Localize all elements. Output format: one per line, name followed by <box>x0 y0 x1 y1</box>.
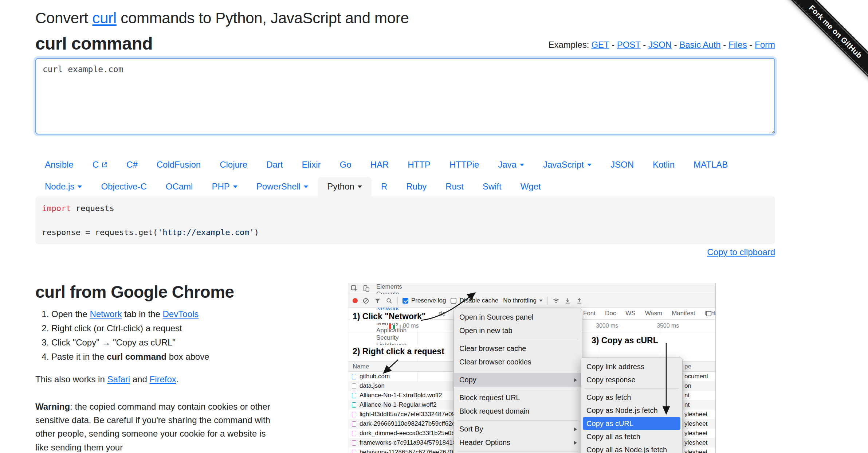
menu-item-label: Copy as fetch <box>586 393 631 402</box>
context-menu: Open in Sources panel Open in new tab <box>453 308 582 453</box>
context-menu-item[interactable]: Clear browser cookies <box>454 355 582 369</box>
language-tab[interactable]: R <box>372 177 397 196</box>
language-tab[interactable]: Wget <box>511 177 550 196</box>
request-type-fragment: on <box>684 382 691 390</box>
language-tab-label: MATLAB <box>694 160 728 170</box>
context-menu-item[interactable]: Block request URL <box>454 391 582 405</box>
language-tab[interactable]: HAR <box>361 155 398 175</box>
language-tab[interactable]: Ruby <box>397 177 436 196</box>
network-toolbar: Preserve log Disable cache No throttling <box>348 294 715 308</box>
language-tab[interactable]: OCaml <box>156 177 203 196</box>
language-tab[interactable]: Java <box>488 155 534 175</box>
curl-link[interactable]: curl <box>92 9 116 27</box>
device-toolbar-icon[interactable] <box>360 283 372 294</box>
context-menu-item[interactable] <box>457 371 578 371</box>
submenu-item[interactable]: Copy all as Node.js fetch <box>581 443 682 453</box>
copy-to-clipboard-link[interactable]: Copy to clipboard <box>707 247 775 257</box>
resource-type-icon <box>352 421 356 427</box>
devtools-screenshot: ElementsConsoleSourcesNetworkPerformance… <box>348 283 716 453</box>
language-tab[interactable]: PHP <box>202 177 247 196</box>
submenu-item[interactable]: Copy as cURL <box>583 417 680 430</box>
devtools-link[interactable]: DevTools <box>163 309 199 319</box>
example-link[interactable]: Files <box>728 40 747 50</box>
example-link[interactable]: JSON <box>648 40 672 50</box>
context-menu-item[interactable]: Open in new tab <box>454 324 582 337</box>
firefox-link[interactable]: Firefox <box>149 374 176 384</box>
menu-item-label: Copy <box>459 376 476 384</box>
language-tab[interactable]: Swift <box>473 177 511 196</box>
language-tab[interactable]: JSON <box>601 155 643 175</box>
generated-code-output: import requests response = requests.get(… <box>35 196 775 244</box>
import-har-icon[interactable] <box>564 297 571 304</box>
context-menu-item[interactable]: Block request domain <box>454 405 582 418</box>
preserve-log-checkbox[interactable] <box>402 298 408 304</box>
context-menu-item[interactable]: Sort By <box>454 422 582 436</box>
language-tab[interactable]: HTTP <box>398 155 440 175</box>
request-type-fragment: ylesheet <box>684 439 707 446</box>
example-link[interactable]: POST <box>617 40 641 50</box>
inspect-element-icon[interactable] <box>348 283 360 294</box>
title-suffix: commands to Python, JavaScript and more <box>117 9 409 27</box>
language-tab[interactable]: Dart <box>257 155 292 175</box>
caret-down-icon <box>358 186 362 188</box>
devtools-tab[interactable]: Security <box>372 334 416 341</box>
language-tab-label: C# <box>126 160 138 170</box>
has-blocked-cookies-checkbox[interactable] <box>706 311 711 316</box>
clear-icon[interactable] <box>362 297 369 304</box>
request-type-fragment: nt <box>684 392 690 399</box>
language-tab[interactable]: Elixir <box>292 155 330 175</box>
language-tab[interactable]: PowerShell <box>247 177 318 196</box>
language-tab[interactable]: ColdFusion <box>147 155 210 175</box>
network-link[interactable]: Network <box>90 309 122 319</box>
devtools-tab-label: Elements <box>376 283 402 290</box>
context-menu-item[interactable] <box>457 452 578 452</box>
example-link[interactable]: GET <box>591 40 609 50</box>
language-tab[interactable]: Clojure <box>210 155 257 175</box>
language-tab[interactable]: Objective-C <box>91 177 156 196</box>
devtools-tab[interactable]: Elements <box>372 283 416 290</box>
export-har-icon[interactable] <box>576 297 583 304</box>
throttling-dropdown[interactable]: No throttling <box>503 297 543 304</box>
request-name: data.json <box>360 382 385 390</box>
step-paste: Paste it in the curl command box above <box>51 350 276 363</box>
resource-type-filter[interactable]: Doc <box>605 310 616 317</box>
context-menu-item[interactable]: Clear browser cache <box>454 342 582 355</box>
context-menu-item[interactable]: Header Options <box>454 436 582 449</box>
language-tab[interactable]: MATLAB <box>684 155 737 175</box>
language-tab[interactable]: C <box>83 155 117 175</box>
example-link[interactable]: Basic Auth <box>679 40 720 50</box>
language-tab[interactable]: Go <box>330 155 361 175</box>
language-tab-label: Objective-C <box>101 181 146 192</box>
context-menu-item[interactable] <box>457 389 578 389</box>
resource-type-filter[interactable]: Wasm <box>645 310 663 317</box>
language-tab[interactable]: Python <box>318 177 372 196</box>
menu-item-label: Block request URL <box>459 394 520 402</box>
chrome-instructions-section: curl from Google Chrome Open the Network… <box>35 282 775 453</box>
language-tab[interactable]: HTTPie <box>440 155 488 175</box>
example-link[interactable]: Form <box>755 40 775 50</box>
language-tab[interactable]: Ansible <box>35 155 83 175</box>
resource-type-filter[interactable]: Manifest <box>672 310 695 317</box>
resource-type-filter[interactable]: WS <box>625 310 635 317</box>
record-icon[interactable] <box>353 298 358 303</box>
safari-link[interactable]: Safari <box>107 374 130 384</box>
request-type-fragment: ylesheet <box>684 449 707 453</box>
context-menu-item[interactable] <box>457 340 578 340</box>
resource-type-filter[interactable]: Font <box>583 310 596 317</box>
language-tab[interactable]: Kotlin <box>643 155 684 175</box>
context-menu-item[interactable] <box>457 420 578 421</box>
curl-command-input[interactable]: curl example.com <box>35 58 775 134</box>
filter-icon[interactable] <box>374 297 381 304</box>
name-column-header[interactable]: Name <box>353 363 369 370</box>
language-tab[interactable]: Node.js <box>35 177 91 196</box>
caret-down-icon <box>520 164 524 166</box>
language-tab[interactable]: C# <box>117 155 147 175</box>
github-ribbon[interactable]: Fork me on GitHub <box>782 0 868 86</box>
network-conditions-icon[interactable] <box>553 297 559 304</box>
type-column-header-fragment[interactable]: pe <box>684 363 691 370</box>
submenu-item[interactable]: Copy all as fetch <box>581 430 682 443</box>
language-tab[interactable]: JavaScript <box>534 155 601 175</box>
context-menu-item[interactable]: Copy <box>454 373 582 387</box>
language-tab[interactable]: Rust <box>436 177 473 196</box>
search-icon[interactable] <box>386 297 393 304</box>
